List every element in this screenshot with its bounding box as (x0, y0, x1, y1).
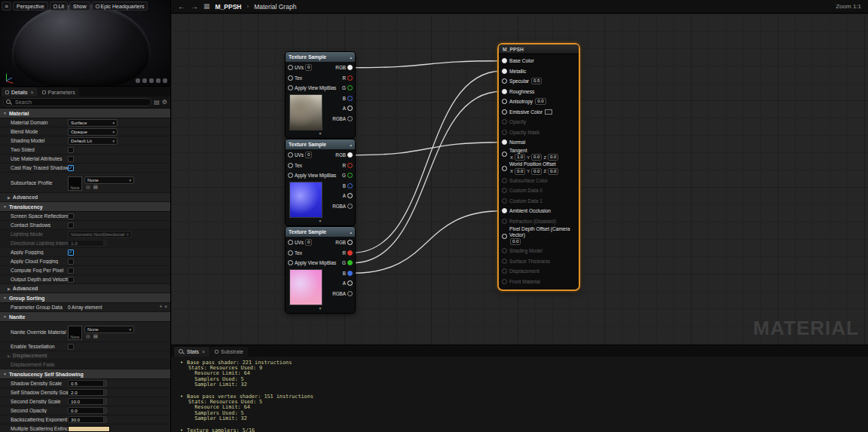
expander-icon[interactable]: ▼ (3, 111, 7, 115)
input-pin-metallic[interactable] (502, 69, 507, 74)
dropdown-material-domain[interactable]: Surface▾ (68, 119, 118, 127)
expander-icon[interactable]: ▼ (3, 204, 7, 209)
pin-default-value[interactable]: 0.5 (531, 78, 542, 84)
input-pin-apply-view-mipbias[interactable] (288, 173, 293, 178)
use-selected-icon[interactable]: ◎ (86, 185, 90, 190)
pin-default-value[interactable]: 0.0 (510, 238, 521, 245)
expander-icon[interactable]: ▶ (8, 195, 11, 200)
checkbox-screen-space-reflections[interactable] (68, 213, 74, 219)
input-pin-custom-data-0[interactable] (502, 188, 507, 193)
breadcrumb-asset[interactable]: M_PPSH (215, 3, 242, 11)
dropdown-blend-mode[interactable]: Opaque▾ (68, 128, 118, 136)
settings-gear-icon[interactable]: ⚙ (162, 100, 167, 106)
expander-icon[interactable]: ▶ (8, 286, 11, 291)
value-second-opacity[interactable]: 0.0 (68, 407, 107, 414)
asset-dropdown-subsurface-profile[interactable]: None▾ (84, 176, 134, 184)
checkbox-two-sided[interactable] (68, 147, 74, 153)
output-pin-a[interactable] (347, 106, 353, 111)
asset-thumbnail[interactable]: None (68, 176, 82, 191)
viewport-menu-button[interactable]: ≡ (2, 2, 11, 11)
checkbox-cast-ray-traced-shadows[interactable]: ✓ (68, 165, 74, 171)
input-pin-uvs[interactable] (288, 65, 293, 70)
preview-scene-button[interactable]: Epic Headquarters (92, 2, 148, 11)
output-pin-g[interactable] (347, 260, 353, 265)
dropdown-shading-model[interactable]: Default Lit▾ (68, 137, 118, 145)
collapse-icon[interactable]: ▴ (350, 55, 352, 60)
output-pin-g[interactable] (347, 85, 353, 90)
graph-canvas[interactable]: Texture Sample▴UVs0TexApply View MipBias… (171, 14, 868, 345)
checkbox-output-depth-and-velocity[interactable] (68, 277, 74, 283)
back-button[interactable]: ← (178, 3, 185, 11)
node-header[interactable]: Texture Sample▴ (286, 52, 355, 62)
perspective-dropdown[interactable]: Perspective (13, 2, 48, 11)
material-node-header[interactable]: M_PPSH (499, 44, 579, 54)
category-advanced[interactable]: ▶Advanced (0, 284, 170, 293)
viewport-icon[interactable] (149, 78, 154, 83)
search-field[interactable] (3, 98, 151, 106)
input-pin-uvs[interactable] (288, 152, 293, 158)
preview-viewport[interactable]: ≡ Perspective Lit Show Epic Headquarters (0, 0, 170, 87)
input-pin-emissive-color[interactable] (502, 109, 507, 115)
expander-icon[interactable]: ▼ (3, 314, 7, 319)
output-pin-r[interactable] (347, 75, 353, 81)
value-second-density-scale[interactable]: 10.0 (68, 398, 107, 405)
use-selected-icon[interactable]: ◎ (86, 334, 90, 339)
asset-dropdown-nanite-override-material[interactable]: None▾ (84, 326, 134, 333)
view-options-icon[interactable]: ▤ (154, 100, 160, 106)
input-value[interactable]: 0 (305, 239, 312, 246)
input-pin-displacement[interactable] (502, 268, 507, 274)
input-pin-uvs[interactable] (288, 240, 293, 245)
expand-icon[interactable]: ▾ (286, 131, 355, 138)
input-pin-specular[interactable] (502, 78, 507, 84)
vector-value[interactable]: 1.0 (515, 154, 525, 161)
expand-icon[interactable]: ▾ (286, 306, 355, 313)
vector-value[interactable]: 0.0 (515, 168, 525, 175)
output-pin-a[interactable] (347, 280, 353, 286)
input-pin-anisotropy[interactable] (502, 99, 507, 104)
value-self-shadow-density-scale[interactable]: 2.0 (68, 389, 107, 396)
input-pin-tex[interactable] (288, 250, 293, 256)
output-pin-rgb[interactable] (347, 65, 353, 70)
checkbox-enable-tessellation[interactable] (68, 344, 74, 350)
texture-sample-node[interactable]: Texture Sample▴UVs0TexApply View MipBias… (285, 139, 356, 226)
texture-sample-node[interactable]: Texture Sample▴UVs0TexApply View MipBias… (285, 51, 356, 139)
input-pin-tex[interactable] (288, 163, 293, 168)
output-pin-rgba[interactable] (347, 116, 353, 121)
vector-value[interactable]: 0.0 (548, 154, 558, 161)
add-element-icon[interactable]: + (159, 305, 162, 310)
category-displacement[interactable]: ▶Displacement (0, 351, 170, 360)
close-icon[interactable]: × (30, 90, 33, 95)
collapse-icon[interactable]: ▴ (350, 230, 352, 234)
remove-element-icon[interactable]: × (164, 305, 167, 310)
input-pin-front-material[interactable] (502, 279, 507, 284)
viewport-icon[interactable] (136, 78, 140, 83)
checkbox-apply-fogging[interactable]: ✓ (68, 250, 74, 256)
input-pin-custom-data-1[interactable] (502, 198, 507, 204)
node-header[interactable]: Texture Sample▴ (286, 139, 355, 149)
input-pin-opacity-mask[interactable] (502, 130, 507, 135)
input-pin-ambient-occlusion[interactable] (502, 208, 507, 213)
lit-mode-dropdown[interactable]: Lit (50, 2, 68, 11)
checkbox-contact-shadows[interactable] (68, 222, 74, 228)
input-pin-roughness[interactable] (502, 89, 507, 94)
input-value[interactable]: 0 (305, 152, 312, 158)
category-group-sorting[interactable]: ▼Group Sorting (0, 293, 170, 303)
emissive-color-swatch[interactable] (545, 109, 552, 115)
value-shadow-density-scale[interactable]: 0.5 (68, 380, 107, 387)
output-pin-rgba[interactable] (347, 291, 353, 296)
output-pin-rgba[interactable] (347, 204, 353, 209)
output-pin-rgb[interactable] (347, 152, 353, 158)
forward-button[interactable]: → (191, 3, 198, 11)
expander-icon[interactable]: ▼ (3, 296, 7, 300)
vector-value[interactable]: 0.0 (531, 154, 542, 161)
output-pin-b[interactable] (347, 271, 353, 276)
input-pin-subsurface-color[interactable] (502, 178, 507, 183)
value-directional-lighting-intensity[interactable]: 1.0 (68, 240, 107, 247)
color-swatch-multiple-scattering-extinction[interactable] (68, 426, 110, 432)
value-backscattering-exponent[interactable]: 30.0 (68, 416, 107, 423)
input-pin-apply-view-mipbias[interactable] (288, 260, 293, 265)
category-material[interactable]: ▼Material (0, 109, 170, 118)
preview-mesh[interactable] (12, 5, 151, 87)
collapse-icon[interactable]: ▴ (350, 142, 352, 147)
input-pin-world-position-offset[interactable] (502, 166, 507, 171)
